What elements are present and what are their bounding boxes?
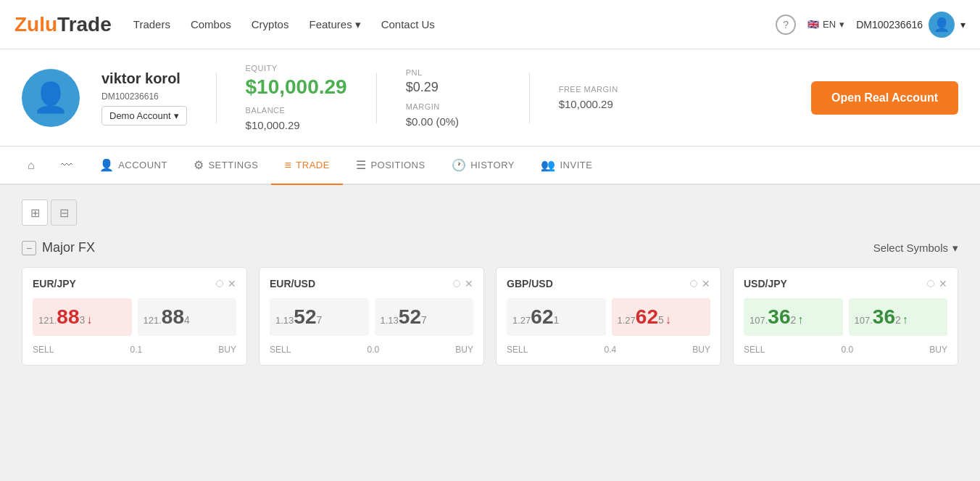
card-eurjpy-dot[interactable] <box>216 280 223 287</box>
card-gbpusd-dot[interactable] <box>690 280 697 287</box>
history-icon: 🕐 <box>452 158 467 172</box>
tab-chart[interactable]: 〰 <box>48 147 86 185</box>
trade-icon: ≡ <box>284 159 291 172</box>
card-eurjpy-sell-box[interactable]: 121. 88 3 ↓ <box>33 298 132 336</box>
card-usdjpy-header: USD/JPY ✕ <box>744 278 947 289</box>
tab-account[interactable]: 👤 ACCOUNT <box>86 147 180 185</box>
card-usdjpy-buy-box[interactable]: 107. 36 2 ↑ <box>849 298 948 336</box>
settings-icon: ⚙ <box>194 158 204 172</box>
tabs-bar: ⌂ 〰 👤 ACCOUNT ⚙ SETTINGS ≡ TRADE ☰ POSIT… <box>0 147 980 185</box>
card-usdjpy-controls: ✕ <box>927 278 947 289</box>
tab-invite[interactable]: 👥 INVITE <box>528 147 605 185</box>
usdjpy-buy-suffix: 2 <box>895 314 901 326</box>
card-eurjpy-buy-box[interactable]: 121. 88 4 <box>138 298 237 336</box>
main-content: ⊞ ⊟ − Major FX Select Symbols ▾ EUR/JPY … <box>0 185 980 380</box>
account-icon: 👤 <box>99 158 115 172</box>
tab-settings[interactable]: ⚙ SETTINGS <box>180 147 272 185</box>
view-toggles: ⊞ ⊟ <box>22 200 958 226</box>
lang-chevron-icon: ▾ <box>839 19 844 30</box>
section-title-label: Major FX <box>42 240 95 255</box>
card-eurusd-dot[interactable] <box>453 280 460 287</box>
open-real-account-button[interactable]: Open Real Account <box>811 81 958 115</box>
logo-zulu: Zulu <box>14 13 57 36</box>
nav-combos[interactable]: Combos <box>191 18 231 30</box>
grid-view-button[interactable]: ⊞ <box>22 200 48 226</box>
eurusd-sell-label: SELL <box>270 345 291 355</box>
usdjpy-sell-suffix: 2 <box>790 314 796 326</box>
free-margin-label: FREE MARGIN <box>559 85 660 94</box>
card-gbpusd-buy-box[interactable]: 1.27 62 5 ↓ <box>612 298 711 336</box>
eurusd-buy-suffix: 7 <box>421 314 427 326</box>
usdjpy-buy-prefix: 107. <box>855 315 873 326</box>
account-type-select[interactable]: Demo Account ▾ <box>101 106 187 126</box>
card-gbpusd-sell-box[interactable]: 1.27 62 1 <box>507 298 606 336</box>
gbpusd-buy-arrow: ↓ <box>665 313 671 326</box>
gbpusd-buy-label: BUY <box>692 345 710 355</box>
eurjpy-buy-label: BUY <box>218 345 236 355</box>
tab-trade[interactable]: ≡ TRADE <box>271 147 342 185</box>
help-icon[interactable]: ? <box>776 15 796 35</box>
tab-history[interactable]: 🕐 HISTORY <box>439 147 528 185</box>
card-eurusd-sell-box[interactable]: 1.13 52 7 <box>270 298 369 336</box>
account-type-label: Demo Account <box>109 110 171 121</box>
gbpusd-sell-suffix: 1 <box>553 314 559 326</box>
card-eurusd-buy-box[interactable]: 1.13 52 7 <box>375 298 474 336</box>
card-eurjpy-controls: ✕ <box>216 278 236 289</box>
tab-positions[interactable]: ☰ POSITIONS <box>343 147 439 185</box>
section-title: − Major FX <box>22 240 95 255</box>
select-symbols-chevron-icon: ▾ <box>952 242 958 255</box>
eurjpy-sell-arrow: ↓ <box>86 313 92 326</box>
nav-contact[interactable]: Contact Us <box>381 18 435 30</box>
nav-cryptos[interactable]: Cryptos <box>252 18 289 30</box>
nav-features[interactable]: Features ▾ <box>309 18 360 31</box>
eurusd-buy-prefix: 1.13 <box>381 315 399 326</box>
card-eurusd-close[interactable]: ✕ <box>465 278 473 289</box>
eurjpy-sell-prefix: 121. <box>38 315 57 326</box>
pnl-value: $0.29 <box>406 80 500 95</box>
chevron-down-icon: ▾ <box>355 18 361 31</box>
collapse-section-button[interactable]: − <box>22 241 36 255</box>
positions-icon: ☰ <box>356 158 367 172</box>
divider-2 <box>376 73 377 123</box>
eurjpy-buy-main: 88 <box>162 305 184 329</box>
card-gbpusd-header: GBP/USD ✕ <box>507 278 710 289</box>
select-symbols-button[interactable]: Select Symbols ▾ <box>873 242 958 255</box>
eurjpy-sell-main: 88 <box>57 305 79 329</box>
equity-label: EQUITY <box>246 64 347 73</box>
card-eurjpy-close[interactable]: ✕ <box>228 278 236 289</box>
card-eurjpy: EUR/JPY ✕ 121. 88 3 ↓ 121. 88 4 <box>22 267 247 366</box>
usdjpy-buy-arrow: ↑ <box>902 313 908 326</box>
logo[interactable]: ZuluTrade <box>14 13 112 36</box>
card-gbpusd-close[interactable]: ✕ <box>702 278 710 289</box>
user-chevron-icon: ▾ <box>960 19 966 30</box>
card-usdjpy-close[interactable]: ✕ <box>939 278 947 289</box>
gbpusd-sell-label: SELL <box>507 345 528 355</box>
gbpusd-sell-prefix: 1.27 <box>512 315 531 326</box>
tab-history-label: HISTORY <box>470 160 515 170</box>
user-avatar-large: 👤 <box>22 69 80 127</box>
eurusd-sell-suffix: 7 <box>316 314 322 326</box>
tab-settings-label: SETTINGS <box>208 160 258 170</box>
account-header: 👤 viktor korol DM100236616 Demo Account … <box>0 49 980 147</box>
gbpusd-spread: 0.4 <box>604 345 616 355</box>
eurjpy-sell-suffix: 3 <box>79 314 85 326</box>
card-usdjpy-footer: SELL 0.0 BUY <box>744 345 947 355</box>
eurusd-sell-prefix: 1.13 <box>275 315 294 326</box>
card-usdjpy-dot[interactable] <box>927 280 934 287</box>
user-info: viktor korol DM100236616 Demo Account ▾ <box>101 70 187 126</box>
username-label: DM100236616 <box>856 19 923 30</box>
lang-selector[interactable]: 🇬🇧 EN ▾ <box>807 19 844 30</box>
chart-icon: 〰 <box>61 159 73 172</box>
nav-traders[interactable]: Traders <box>133 18 170 30</box>
compact-view-button[interactable]: ⊟ <box>51 200 77 226</box>
card-usdjpy-sell-box[interactable]: 107. 36 2 ↑ <box>744 298 843 336</box>
card-usdjpy: USD/JPY ✕ 107. 36 2 ↑ 107. 36 2 ↑ <box>733 267 958 366</box>
tab-trade-label: TRADE <box>296 160 330 170</box>
usdjpy-buy-main: 36 <box>873 305 895 329</box>
nav-right: ? 🇬🇧 EN ▾ DM100236616 👤 ▾ <box>776 12 966 38</box>
tab-home[interactable]: ⌂ <box>14 147 48 185</box>
user-section[interactable]: DM100236616 👤 ▾ <box>856 12 966 38</box>
nav-links: Traders Combos Cryptos Features ▾ Contac… <box>133 18 776 31</box>
card-eurusd-symbol: EUR/USD <box>270 278 315 289</box>
pnl-block: PNL $0.29 MARGIN $0.00 (0%) <box>406 68 500 128</box>
